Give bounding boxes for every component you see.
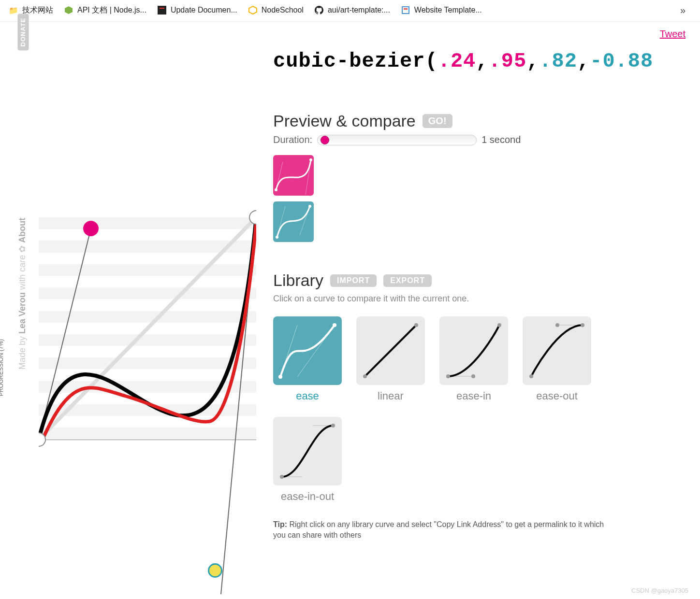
bookmark-label: Website Template... [414, 6, 482, 14]
p4-value[interactable]: -0.88 [590, 50, 653, 73]
svg-point-12 [276, 236, 278, 239]
folder-icon: 📁 [9, 5, 18, 15]
library-heading: Library IMPORT EXPORT [273, 271, 700, 290]
svg-point-26 [555, 323, 559, 327]
svg-point-30 [280, 475, 284, 479]
preview-ball [208, 563, 222, 578]
svg-point-21 [446, 374, 450, 378]
author-link[interactable]: Lea Verou [17, 292, 27, 334]
bookmark-item[interactable]: Update Documen... [157, 5, 237, 15]
bookmark-item[interactable]: Website Template... [401, 5, 482, 15]
library-item-ease-in-out[interactable]: ease-in-out [273, 417, 342, 503]
p1-handle[interactable] [83, 221, 99, 236]
svg-point-16 [278, 375, 282, 379]
library-item-linear[interactable]: linear [356, 316, 425, 402]
preview-swatch-current[interactable] [273, 155, 314, 196]
svg-marker-0 [65, 6, 73, 14]
preview-swatch-compare[interactable] [273, 201, 314, 242]
bookmark-item[interactable]: 📁技术网站 [9, 5, 53, 15]
library-item-ease-out[interactable]: ease-out [523, 316, 591, 402]
controls-panel: Tweet cubic-bezier(.24,.95,.82,-0.88 Pre… [259, 22, 700, 599]
watermark: CSDN @gaoya7305 [631, 587, 688, 594]
bookmarks-bar: 📁技术网站 API 文档 | Node.js... Update Documen… [0, 0, 700, 22]
y-axis-label: PROGRESSION (7%) [0, 339, 4, 396]
p1-handle-line [39, 228, 91, 440]
bookmark-label: NodeSchool [262, 6, 304, 14]
library-label: ease-in-out [281, 490, 334, 503]
library-item-ease[interactable]: ease [273, 316, 342, 402]
svg-point-25 [529, 374, 533, 378]
bookmark-label: Update Documen... [171, 6, 237, 14]
library-item-ease-in[interactable]: ease-in [439, 316, 508, 402]
function-title: cubic-bezier(.24,.95,.82,-0.88 [273, 50, 700, 73]
import-button[interactable]: IMPORT [330, 274, 377, 287]
export-button[interactable]: EXPORT [383, 274, 432, 287]
svg-rect-2 [160, 8, 164, 9]
library-label: ease-out [536, 390, 578, 402]
duration-label: Duration: [273, 134, 312, 145]
nodeschool-icon [248, 5, 258, 15]
credits: Made by Lea Verou with care ✿ About [17, 218, 28, 370]
gear-icon: ✿ [17, 245, 27, 253]
p1-value[interactable]: .24 [438, 50, 476, 73]
library-label: ease [296, 390, 319, 402]
go-button[interactable]: GO! [423, 114, 452, 128]
tweet-link[interactable]: Tweet [660, 29, 685, 40]
p2-value[interactable]: .95 [489, 50, 527, 73]
nodejs-icon [64, 5, 73, 15]
svg-point-22 [471, 374, 475, 378]
library-desc: Click on a curve to compare it with the … [273, 294, 700, 304]
doc-icon [157, 5, 167, 15]
svg-point-17 [333, 323, 336, 327]
bookmark-item[interactable]: API 文档 | Node.js... [64, 5, 146, 15]
bookmarks-overflow[interactable]: » [680, 5, 691, 16]
svg-point-23 [497, 323, 501, 327]
preview-heading: Preview & compare GO! [273, 112, 700, 130]
svg-point-18 [363, 374, 367, 378]
svg-rect-5 [404, 8, 408, 10]
svg-point-9 [309, 158, 312, 161]
svg-point-27 [581, 323, 584, 327]
tip-text: Tip: Right click on any library curve an… [273, 519, 612, 541]
svg-point-13 [308, 205, 311, 208]
p3-value[interactable]: .82 [539, 50, 577, 73]
svg-rect-4 [402, 7, 409, 14]
curve-editor-panel: DONATE Made by Lea Verou with care ✿ Abo… [0, 22, 259, 599]
library-grid: ease linear ease-in ease-out ease-in-out [273, 316, 612, 503]
svg-rect-1 [158, 6, 166, 14]
svg-marker-3 [249, 6, 257, 14]
template-icon [401, 5, 410, 15]
bezier-canvas[interactable] [39, 82, 256, 594]
library-label: linear [378, 390, 404, 402]
about-link[interactable]: About [17, 218, 27, 243]
bookmark-label: aui/art-template:... [328, 6, 390, 14]
duration-slider[interactable] [317, 135, 477, 145]
bookmark-item[interactable]: NodeSchool [248, 5, 304, 15]
svg-point-19 [414, 323, 418, 327]
slider-thumb[interactable] [321, 136, 329, 144]
svg-point-8 [275, 188, 277, 191]
library-label: ease-in [456, 390, 491, 402]
github-icon [314, 5, 324, 15]
donate-button[interactable]: DONATE [5, 27, 42, 38]
svg-point-31 [331, 424, 335, 428]
bookmark-label: API 文档 | Node.js... [77, 5, 146, 15]
duration-value: 1 second [481, 134, 521, 145]
bookmark-item[interactable]: aui/art-template:... [314, 5, 390, 15]
